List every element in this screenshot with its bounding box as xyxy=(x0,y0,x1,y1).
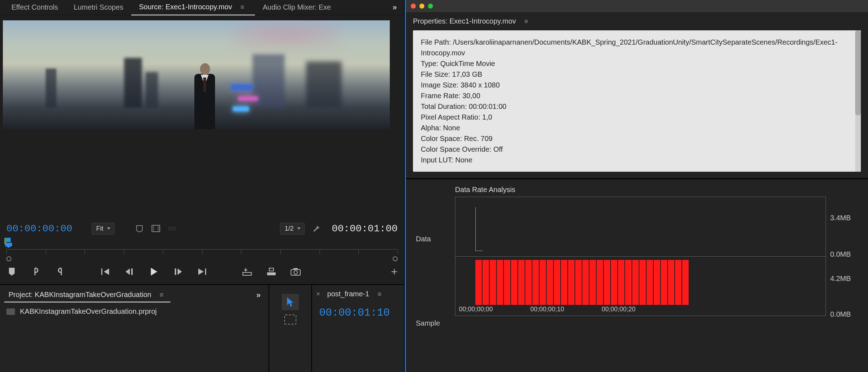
prop-pixel-aspect: Pixel Aspect Ratio: 1,0 xyxy=(421,112,853,122)
project-tab-label: Project: KABKInstagramTakeOverGraduation xyxy=(9,291,151,298)
mark-in-button[interactable] xyxy=(31,266,41,277)
tab-source-label: Source: Exec1-Introcopy.mov xyxy=(139,3,232,11)
tab-audio-mixer[interactable]: Audio Clip Mixer: Exe xyxy=(255,0,339,15)
add-marker-button[interactable] xyxy=(6,266,17,277)
window-titlebar[interactable] xyxy=(406,0,868,12)
prop-alpha: Alpha: None xyxy=(421,122,853,133)
ry-sample-min: 0.0MB xyxy=(830,310,851,318)
mark-out-button[interactable] xyxy=(55,266,66,277)
properties-text-area[interactable]: File Path: /Users/karoliinaparnanen/Docu… xyxy=(413,30,861,172)
ruler-ticks xyxy=(6,249,398,255)
playhead[interactable] xyxy=(5,243,12,248)
svg-rect-9 xyxy=(175,268,176,275)
prop-image-size: Image Size: 3840 x 1080 xyxy=(421,80,853,90)
video-monitor-area xyxy=(0,15,404,129)
chart-y-labels: Data Sample xyxy=(416,197,455,366)
transport-controls: + xyxy=(0,263,404,284)
x-tick-20: 00;00;00;20 xyxy=(602,306,635,313)
project-tab[interactable]: Project: KABKInstagramTakeOverGraduation… xyxy=(4,288,170,302)
chart-title: Data Rate Analysis xyxy=(455,186,858,197)
sequence-timecode[interactable]: 00:00:01:10 xyxy=(312,300,404,325)
prop-type: Type: QuickTime Movie xyxy=(421,58,853,69)
prop-file-size: File Size: 17,03 GB xyxy=(421,69,853,80)
y-label-sample: Sample xyxy=(416,319,450,327)
selection-tool[interactable] xyxy=(282,294,299,310)
svg-point-15 xyxy=(294,271,297,274)
project-file-row: KABKInstagramTakeOverGraduation.prproj xyxy=(0,302,269,321)
data-rate-chart-section: Data Rate Analysis Data Sample 00;00;00;… xyxy=(406,179,868,372)
resolution-dropdown[interactable]: 1/2 xyxy=(280,223,305,235)
ry-sample-max: 4.2MB xyxy=(830,275,851,283)
prop-input-lut: Input LUT: None xyxy=(421,155,853,165)
bottom-panels: Project: KABKInstagramTakeOverGraduation… xyxy=(0,284,404,372)
chart-area: Data Sample 00;00;00;00 00;00;00;10 00;0… xyxy=(416,197,858,366)
tab-source[interactable]: Source: Exec1-Introcopy.mov ≡ xyxy=(131,0,255,15)
zoom-fit-dropdown[interactable]: Fit xyxy=(92,223,114,235)
minimize-window-button[interactable] xyxy=(419,4,424,9)
y-label-data: Data xyxy=(416,235,450,243)
ry-data-min: 0.0MB xyxy=(830,250,851,258)
properties-window: Properties: Exec1-Introcopy.mov ≡ File P… xyxy=(405,0,868,372)
sequence-tab[interactable]: post_frame-1 ≡ xyxy=(324,288,388,300)
prop-frame-rate: Frame Rate: 30,00 xyxy=(421,90,853,101)
panel-tabs: Effect Controls Lumetri Scopes Source: E… xyxy=(0,0,404,15)
tab-lumetri-scopes[interactable]: Lumetri Scopes xyxy=(66,0,131,15)
safe-margins-icon[interactable] xyxy=(134,223,144,233)
close-tab-button[interactable]: × xyxy=(316,290,320,298)
prop-color-override: Color Space Override: Off xyxy=(421,144,853,155)
video-preview[interactable] xyxy=(3,20,390,129)
properties-title: Properties: Exec1-Introcopy.mov xyxy=(413,17,516,25)
monitor-controls-row: 00:00:00:00 Fit 1/2 00:00:01:00 xyxy=(0,216,404,238)
panel-menu-icon[interactable]: ≡ xyxy=(371,291,384,298)
svg-rect-0 xyxy=(152,225,160,232)
prop-file-path: File Path: /Users/karoliinaparnanen/Docu… xyxy=(421,37,853,58)
export-frame-button[interactable] xyxy=(290,266,301,277)
button-editor-add[interactable]: + xyxy=(391,265,398,278)
source-monitor-panel: Effect Controls Lumetri Scopes Source: E… xyxy=(0,0,405,372)
sample-series-bars xyxy=(475,256,689,305)
marquee-tool-icon[interactable] xyxy=(284,315,296,325)
go-to-out-button[interactable] xyxy=(197,266,208,277)
in-point-flag[interactable] xyxy=(6,238,11,242)
panel-menu-icon[interactable]: ≡ xyxy=(153,291,167,298)
step-back-button[interactable] xyxy=(124,266,135,277)
zoom-scroll-right[interactable] xyxy=(393,256,398,261)
chart-plot[interactable]: 00;00;00;00 00;00;00;10 00;00;00;20 xyxy=(455,197,826,316)
svg-rect-11 xyxy=(243,272,251,275)
overwrite-button[interactable] xyxy=(266,266,277,277)
x-tick-10: 00;00;00;10 xyxy=(530,306,564,313)
ry-data-max: 3.4MB xyxy=(830,214,851,222)
step-forward-button[interactable] xyxy=(173,266,183,277)
scrollbar-thumb[interactable] xyxy=(855,30,861,115)
maximize-window-button[interactable] xyxy=(428,4,433,9)
project-panel: Project: KABKInstagramTakeOverGraduation… xyxy=(0,285,269,372)
time-ruler[interactable] xyxy=(0,238,404,263)
panel-menu-icon[interactable]: ≡ xyxy=(518,18,531,25)
panel-menu-icon[interactable]: ≡ xyxy=(234,4,247,11)
tabs-overflow-button[interactable]: » xyxy=(389,3,400,12)
close-window-button[interactable] xyxy=(411,4,416,9)
project-file-name: KABKInstagramTakeOverGraduation.prproj xyxy=(20,307,157,316)
data-series-spike xyxy=(475,207,482,251)
svg-rect-7 xyxy=(101,268,102,275)
zoom-scroll-left[interactable] xyxy=(6,256,11,261)
prop-color-space: Color Space: Rec. 709 xyxy=(421,133,853,144)
settings-wrench-icon[interactable] xyxy=(311,223,321,233)
duration-timecode: 00:00:01:00 xyxy=(332,223,398,234)
tab-effect-controls[interactable]: Effect Controls xyxy=(4,0,66,15)
go-to-in-button[interactable] xyxy=(100,266,111,277)
properties-panel-header[interactable]: Properties: Exec1-Introcopy.mov ≡ xyxy=(406,12,868,30)
output-icon[interactable] xyxy=(151,223,161,233)
insert-button[interactable] xyxy=(242,266,252,277)
chart-right-y-labels: 3.4MB 0.0MB 4.2MB 0.0MB xyxy=(826,197,858,366)
svg-rect-12 xyxy=(267,272,276,275)
proxy-toggle-icon[interactable] xyxy=(167,223,177,233)
current-timecode[interactable]: 00:00:00:00 xyxy=(6,223,72,234)
prop-total-duration: Total Duration: 00:00:01:00 xyxy=(421,101,853,112)
tools-panel xyxy=(269,285,312,372)
play-button[interactable] xyxy=(148,266,159,277)
properties-scrollbar[interactable] xyxy=(855,30,861,172)
project-tabs-overflow[interactable]: » xyxy=(253,291,264,300)
project-file-icon xyxy=(6,308,15,315)
x-tick-0: 00;00;00;00 xyxy=(459,306,493,313)
